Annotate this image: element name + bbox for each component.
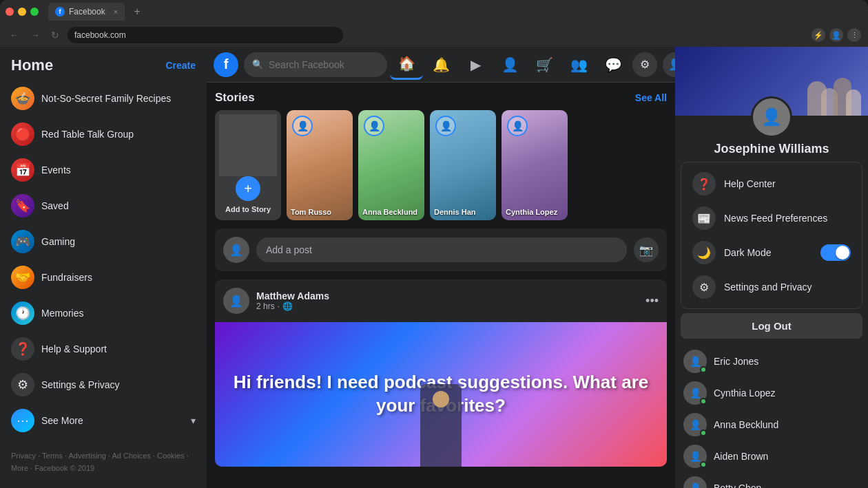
profile-browser-button[interactable]: 👤 [829, 28, 843, 42]
menu-item-help-center[interactable]: ❓ Help Center [685, 167, 858, 201]
fundraisers-icon: 🤝 [11, 266, 34, 289]
nav-icons: 🏠 🔔 ▶ 👤 🛒 👥 💬 [390, 50, 630, 80]
sidebar-item-fundraisers[interactable]: 🤝 Fundraisers [6, 260, 201, 295]
friend-item-betty-chen[interactable]: 👤 Betty Chen [681, 472, 862, 488]
tab-favicon: f [55, 7, 65, 17]
search-icon: 🔍 [252, 59, 263, 70]
friend-item-cynthia-lopez[interactable]: 👤 Cynthia Lopez [681, 377, 862, 409]
marketplace-nav-button[interactable]: 🛒 [528, 50, 561, 80]
story-avatar: 👤 [507, 116, 528, 136]
sidebar: Home Create 🍲 Not-So-Secret Family Recip… [0, 47, 207, 488]
story-card-dennis-han[interactable]: 👤 Dennis Han [430, 110, 496, 220]
sidebar-item-help[interactable]: ❓ Help & Support [6, 332, 201, 366]
sidebar-footer: Privacy · Terms · Advertising · Ad Choic… [6, 445, 201, 480]
messenger-nav-button[interactable]: 💬 [597, 50, 630, 80]
menu-item-dark-mode[interactable]: 🌙 Dark Mode [685, 235, 858, 270]
post-figure [420, 384, 462, 467]
stories-header: Stories See All [215, 91, 667, 105]
sidebar-item-red-table-talk[interactable]: 🔴 Red Table Talk Group [6, 117, 201, 151]
story-name: Dennis Han [434, 208, 476, 216]
add-story-label: Add to Story [225, 205, 271, 213]
story-card-anna-becklund[interactable]: 👤 Anna Becklund [358, 110, 424, 220]
friends-list: 👤 Eric Jones 👤 Cynthia Lopez 👤 Anna Beck… [675, 343, 868, 488]
close-traffic-light[interactable] [6, 8, 14, 16]
friend-item-anna-becklund[interactable]: 👤 Anna Becklund [681, 409, 862, 441]
post-author-name: Matthew Adams [256, 290, 639, 301]
sidebar-item-gaming[interactable]: 🎮 Gaming [6, 224, 201, 259]
traffic-lights [6, 8, 39, 16]
friend-item-aiden-brown[interactable]: 👤 Aiden Brown [681, 441, 862, 472]
see-all-button[interactable]: See All [635, 92, 667, 103]
create-button[interactable]: Create [165, 60, 196, 71]
sidebar-item-events[interactable]: 📅 Events [6, 153, 201, 187]
red-table-icon: 🔴 [11, 123, 34, 146]
new-tab-button[interactable]: + [129, 3, 145, 20]
minimize-traffic-light[interactable] [18, 8, 26, 16]
post-author-info: Matthew Adams 2 hrs · 🌐 [256, 290, 639, 311]
online-indicator [700, 398, 707, 405]
forward-button[interactable]: → [28, 28, 43, 42]
story-avatar: 👤 [364, 116, 384, 136]
watch-nav-button[interactable]: ▶ [459, 50, 492, 80]
post-image: Hi friends! I need podcast suggestions. … [215, 322, 667, 467]
home-nav-button[interactable]: 🏠 [390, 50, 423, 80]
search-bar[interactable]: 🔍 [244, 52, 387, 77]
profile-avatar-nav[interactable]: 👤 [663, 52, 675, 77]
url-bar[interactable]: facebook.com [68, 27, 343, 43]
url-text: facebook.com [74, 30, 126, 40]
active-tab[interactable]: f Facebook × [48, 3, 125, 21]
sidebar-item-saved[interactable]: 🔖 Saved [6, 189, 201, 223]
reload-button[interactable]: ↻ [48, 28, 62, 42]
friend-item-eric-jones[interactable]: 👤 Eric Jones [681, 346, 862, 377]
post-placeholder: Add a post [266, 244, 312, 255]
menu-item-label: Settings and Privacy [724, 282, 812, 293]
app: Home Create 🍲 Not-So-Secret Family Recip… [0, 47, 868, 488]
footer-text: Privacy · Terms · Advertising · Ad Choic… [11, 452, 189, 472]
see-more-icon: ⋯ [11, 409, 34, 432]
see-more-label: See More [41, 415, 83, 426]
saved-icon: 🔖 [11, 194, 34, 218]
post-more-button[interactable]: ••• [645, 294, 659, 308]
fullscreen-traffic-light[interactable] [30, 8, 39, 16]
sidebar-item-family-recipes[interactable]: 🍲 Not-So-Secret Family Recipes [6, 81, 201, 116]
sidebar-item-settings-privacy[interactable]: ⚙ Settings & Privacy [6, 368, 201, 402]
menu-item-settings-privacy[interactable]: ⚙ Settings and Privacy [685, 270, 858, 304]
online-indicator [700, 366, 707, 373]
tab-close-button[interactable]: × [114, 8, 118, 16]
nav-right: ⚙ 👤 [632, 52, 675, 77]
menu-item-news-feed-prefs[interactable]: 📰 News Feed Preferences [685, 201, 858, 235]
story-name: Tom Russo [291, 208, 331, 216]
gaming-icon: 🎮 [11, 230, 34, 253]
add-story-card[interactable]: + Add to Story [215, 110, 281, 220]
memories-icon: 🕐 [11, 301, 34, 325]
extensions-button[interactable]: ⚡ [812, 28, 825, 42]
events-icon: 📅 [11, 158, 34, 182]
current-user-avatar: 👤 [223, 237, 249, 263]
story-card-cynthia-lopez[interactable]: 👤 Cynthia Lopez [502, 110, 568, 220]
see-more-button[interactable]: ⋯ See More ▾ [6, 403, 201, 438]
menu-button[interactable]: ⋮ [847, 28, 861, 42]
sidebar-item-label: Red Table Talk Group [41, 129, 134, 140]
post-creator: 👤 Add a post 📷 [215, 229, 667, 271]
friend-avatar: 👤 [683, 381, 707, 405]
toggle-knob [836, 246, 849, 259]
notifications-nav-button[interactable]: 🔔 [424, 50, 457, 80]
settings-nav-button[interactable]: ⚙ [632, 52, 657, 77]
post-meta: 2 hrs · 🌐 [256, 301, 639, 311]
sidebar-item-label: Not-So-Secret Family Recipes [41, 93, 171, 104]
back-button[interactable]: ← [7, 28, 22, 42]
profile-nav-button[interactable]: 👤 [493, 50, 526, 80]
facebook-logo: f [214, 52, 238, 77]
logout-button[interactable]: Log Out [681, 313, 862, 339]
dark-mode-toggle[interactable] [820, 244, 851, 261]
friend-avatar: 👤 [683, 445, 707, 468]
dark-mode-icon: 🌙 [692, 241, 716, 264]
add-photo-button[interactable]: 📷 [634, 237, 659, 262]
sidebar-header: Home Create [6, 54, 201, 81]
groups-nav-button[interactable]: 👥 [562, 50, 595, 80]
sidebar-item-memories[interactable]: 🕐 Memories [6, 296, 201, 330]
story-name: Cynthia Lopez [506, 208, 557, 216]
story-card-tom-russo[interactable]: 👤 Tom Russo [287, 110, 353, 220]
search-input[interactable] [269, 59, 379, 70]
post-input-button[interactable]: Add a post [256, 237, 627, 262]
